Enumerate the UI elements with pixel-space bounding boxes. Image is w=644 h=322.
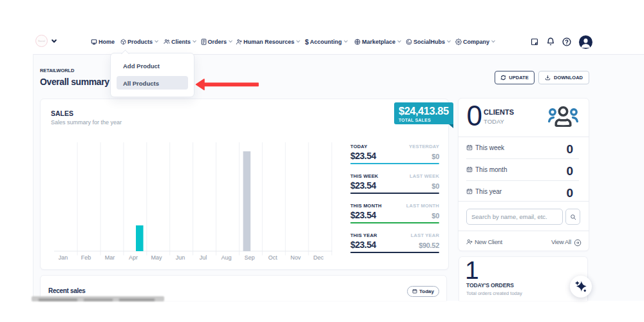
svg-text:Aug: Aug <box>221 254 231 261</box>
svg-text:Apr: Apr <box>129 254 138 261</box>
svg-text:Jul: Jul <box>200 254 207 261</box>
svg-text:Jun: Jun <box>176 254 185 261</box>
svg-text:Jan: Jan <box>59 254 68 261</box>
svg-text:Dec: Dec <box>313 254 324 261</box>
svg-text:Nov: Nov <box>290 254 301 261</box>
svg-text:Mar: Mar <box>105 254 115 261</box>
svg-text:Sep: Sep <box>244 254 254 261</box>
svg-text:May: May <box>151 254 162 261</box>
svg-text:Oct: Oct <box>268 254 278 261</box>
svg-text:Feb: Feb <box>81 254 91 261</box>
